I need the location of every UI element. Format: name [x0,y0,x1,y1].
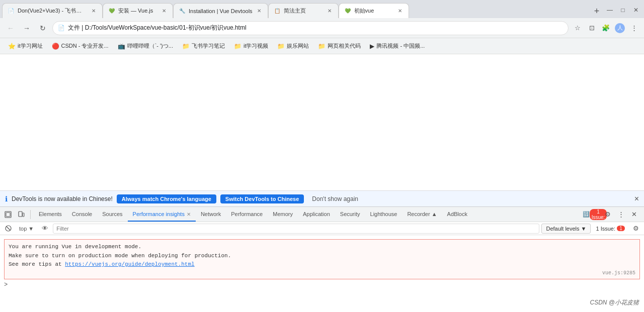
minimize-button[interactable]: — [604,4,616,16]
devtools-tab-label: Application [303,211,330,217]
devtools-tab-network[interactable]: Network [196,207,226,222]
issues-badge: 1 Issue: 1 [593,226,628,232]
bookmark-icon: 📺 [118,43,125,50]
devtools-tab-label: Recorder ▲ [407,211,437,217]
tab-close-button[interactable]: ✕ [90,8,97,15]
dont-show-again-button[interactable]: Don't show again [308,194,362,204]
devtools-tab-performance-insights[interactable]: Performance insights✕ [128,207,196,222]
clear-console-button[interactable] [2,223,14,235]
issues-button[interactable]: 🔢 1 Issue: [589,209,601,221]
devtools-tab-elements[interactable]: Elements [34,207,67,222]
tab-close-button[interactable]: ✕ [396,8,404,15]
forward-button[interactable]: → [20,22,33,35]
bookmark-item[interactable]: 🔴CSDN - 专业开发... [48,40,113,52]
devtools-tab-security[interactable]: Security [335,207,365,222]
devtools-tab-close[interactable]: ✕ [187,212,191,217]
bookmark-label: CSDN - 专业开发... [61,42,109,50]
browser-tab-tab5[interactable]: 💚 初始vue ✕ [339,3,409,18]
url-text: 文件 | D:/Tools/VueWorkSpace/vue-basic/01-… [68,24,563,32]
devtools-settings-button[interactable]: ⚙ [602,209,614,221]
devtools-tab-adblock[interactable]: AdBlock [442,207,472,222]
devtools-tab-lighthouse[interactable]: Lighthouse [365,207,403,222]
top-context-selector[interactable]: top ▼ [16,224,37,234]
devtools-tab-performance[interactable]: Performance [226,207,268,222]
bookmark-item[interactable]: 📁it学习视频 [230,40,273,52]
profile-button[interactable]: 人 [614,22,626,34]
filter-input-wrap[interactable] [53,224,539,234]
reload-button[interactable]: ↻ [36,22,49,35]
screen-cast-button[interactable]: ⊡ [586,22,598,34]
tab-title: Installation | Vue Devtools [189,8,253,14]
tab-favicon: 🔧 [179,8,186,15]
devtools-tab-label: Console [72,211,92,217]
always-match-language-button[interactable]: Always match Chrome's language [117,194,216,203]
console-settings-button[interactable]: ⚙ [630,223,642,235]
new-tab-button[interactable]: + [590,4,604,18]
svg-rect-3 [23,213,24,217]
settings-menu-button[interactable]: ⋮ [628,22,640,34]
svg-line-5 [6,227,10,231]
info-icon: ℹ [5,195,8,203]
tab-close-button[interactable]: ✕ [326,8,333,15]
devtools-tab-console[interactable]: Console [67,207,97,222]
warning-line-2: Make sure to turn on production mode whe… [9,252,635,261]
tab-close-button[interactable]: ✕ [160,8,168,15]
devtools-tab-label: AdBlock [447,211,467,217]
svg-rect-2 [19,212,22,217]
tab-bar: 📄 Don(Vue2+Vue3) - 飞书文档 ✕ 💚 安装 — Vue.js … [0,0,644,18]
default-levels-button[interactable]: Default levels ▼ [541,224,591,234]
inspect-element-button[interactable] [2,209,14,221]
tab-favicon: 💚 [108,8,115,15]
tab-title: 简法主页 [284,7,323,15]
issues-label: 1 Issue: [596,226,615,232]
switch-devtools-chinese-button[interactable]: Switch DevTools to Chinese [220,194,304,203]
browser-tab-tab2[interactable]: 💚 安装 — Vue.js ✕ [103,3,173,18]
device-toolbar-button[interactable] [15,209,27,221]
console-output: You are running Vue in development mode.… [0,235,644,312]
console-warning-text: You are running Vue in development mode.… [9,243,635,269]
devtools-tab-memory[interactable]: Memory [268,207,298,222]
console-filter-bar: top ▼ 👁 Default levels ▼ 1 Issue: 1 ⚙ [0,222,644,235]
url-bar[interactable]: 📄 文件 | D:/Tools/VueWorkSpace/vue-basic/0… [52,21,569,35]
issues-count: 1 [617,226,625,231]
console-input[interactable] [10,281,640,288]
browser-tab-tab1[interactable]: 📄 Don(Vue2+Vue3) - 飞书文档 ✕ [2,3,103,18]
back-button[interactable]: ← [4,22,17,35]
tab-close-button[interactable]: ✕ [256,8,263,15]
tab-favicon: 💚 [344,8,351,15]
devtools-more-button[interactable]: ⋮ [615,209,627,221]
devtools-toolbar: ElementsConsoleSourcesPerformance insigh… [0,207,644,222]
warning-line-3-prefix: See more tips at [9,261,65,267]
console-prompt: > [4,281,640,288]
maximize-button[interactable]: □ [617,4,629,16]
bookmark-icon: ▶ [370,43,374,50]
close-window-button[interactable]: ✕ [630,4,642,16]
bookmark-item[interactable]: 📁娱乐网站 [273,40,313,52]
bookmark-icon: 📁 [318,43,326,50]
bookmark-item[interactable]: ▶腾讯视频 - 中国频... [366,40,429,52]
bookmark-star-button[interactable]: ☆ [572,22,584,34]
devtools-tab-label: Memory [273,211,293,217]
bookmark-item[interactable]: 📁网页相关代码 [314,40,365,52]
prompt-symbol: > [4,281,8,288]
browser-tab-tab4[interactable]: 📋 简法主页 ✕ [268,3,339,18]
extensions-button[interactable]: 🧩 [600,22,612,34]
browser-tab-tab3[interactable]: 🔧 Installation | Vue Devtools ✕ [173,3,268,18]
devtools-tab-application[interactable]: Application [298,207,335,222]
devtools-tab-recorder[interactable]: Recorder ▲ [402,207,442,222]
console-filter-input[interactable] [56,226,536,232]
bookmark-item[interactable]: 📺哔哩哔哩（`- ')つ... [114,40,177,52]
bookmark-item[interactable]: ⭐it学习网址 [4,40,47,52]
bookmark-label: it学习视频 [244,42,269,50]
devtools-close-button[interactable]: ✕ [628,209,640,221]
devtools-tab-sources[interactable]: Sources [97,207,127,222]
console-source: vue.js:9285 [602,270,635,276]
console-link[interactable]: https://vuejs.org/guide/deployment.html [65,261,194,267]
devtools-tab-label: Lighthouse [370,211,397,217]
notification-close-button[interactable]: × [634,194,639,203]
bookmark-label: 网页相关代码 [328,42,361,50]
eye-button[interactable]: 👁 [39,223,51,235]
tab-favicon: 📋 [274,8,281,15]
devtools-tab-label: Performance insights [133,211,185,217]
bookmark-item[interactable]: 📁飞书学习笔记 [178,40,229,52]
